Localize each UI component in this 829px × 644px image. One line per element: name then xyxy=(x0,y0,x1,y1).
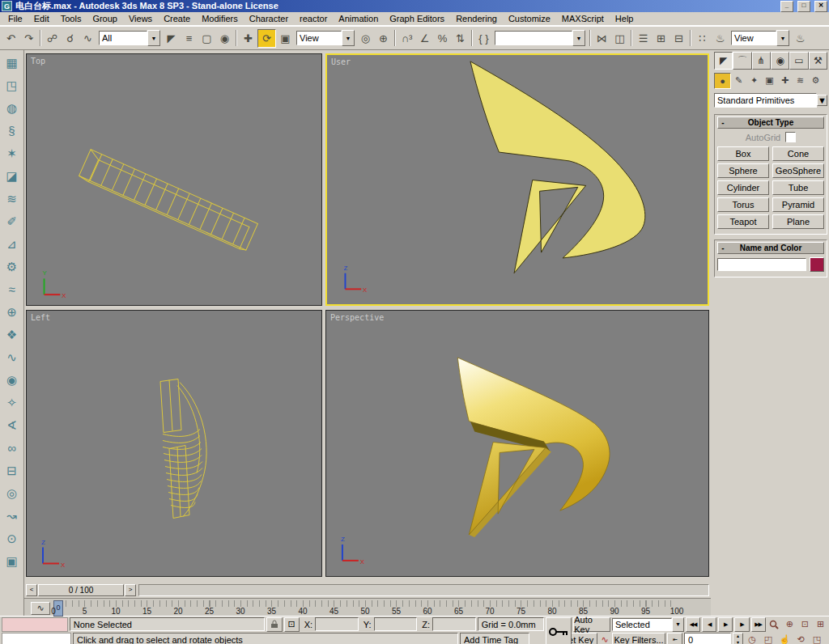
go-to-end-icon[interactable]: ▶▶ xyxy=(751,617,766,632)
spinner-snap-icon[interactable]: ⇅ xyxy=(452,30,469,47)
reactor-linear-dashpot-icon[interactable]: ✐ xyxy=(2,210,22,232)
maxscript-mini-listener-white[interactable] xyxy=(2,633,71,644)
region-zoom-icon[interactable]: ◰ xyxy=(761,633,776,644)
reactor-rag-doll-constraint-icon[interactable]: ✧ xyxy=(2,392,22,413)
dropdown-arrow-icon[interactable]: ▼ xyxy=(342,30,355,46)
reactor-create-animation-icon[interactable]: ▣ xyxy=(2,550,22,572)
set-keys-button[interactable] xyxy=(546,617,572,644)
select-object-icon[interactable]: ◤ xyxy=(163,30,180,47)
menu-item[interactable]: Views xyxy=(124,13,157,24)
maxscript-mini-listener-pink[interactable] xyxy=(2,617,68,632)
mirror-icon[interactable]: ⋈ xyxy=(593,30,610,47)
select-by-name-icon[interactable]: ≡ xyxy=(181,30,198,47)
previous-frame-arrow[interactable]: < xyxy=(26,584,37,596)
object-name-input[interactable] xyxy=(717,258,806,271)
select-and-manipulate-icon[interactable]: ⊕ xyxy=(375,30,392,47)
layer-manager-icon[interactable]: ☰ xyxy=(635,30,652,47)
arc-rotate-icon[interactable]: ⟲ xyxy=(793,633,808,644)
object-color-swatch[interactable] xyxy=(810,257,824,272)
menu-item[interactable]: File xyxy=(3,13,28,24)
tab-utilities[interactable]: ⚒ xyxy=(809,52,827,70)
primitive-button[interactable]: Torus xyxy=(717,197,769,212)
primitive-button[interactable]: Teapot xyxy=(717,214,769,229)
primitive-button[interactable]: Plane xyxy=(772,214,824,229)
zoom-extents-icon[interactable]: ⊡ xyxy=(798,618,812,631)
primitive-button[interactable]: Pyramid xyxy=(772,197,824,212)
window-crossing-toggle-icon[interactable]: ◉ xyxy=(216,30,233,47)
zoom-icon[interactable] xyxy=(767,618,781,631)
primitives-dropdown[interactable]: Standard Primitives ▼ xyxy=(714,93,827,108)
undo-icon[interactable]: ↶ xyxy=(2,30,19,47)
autogrid-checkbox[interactable] xyxy=(785,132,796,142)
redo-icon[interactable]: ↷ xyxy=(20,30,37,47)
viewport-perspective[interactable]: Perspective xyxy=(325,310,709,577)
zoom-extents-all-icon[interactable]: ⊞ xyxy=(814,618,827,631)
reactor-rigid-body-collection-icon[interactable]: ▦ xyxy=(2,52,22,74)
reactor-point-point-constraint-icon[interactable]: ∞ xyxy=(2,437,22,459)
menu-item[interactable]: Create xyxy=(159,13,195,24)
named-selection-dropdown[interactable]: ▼ xyxy=(495,31,585,45)
tab-display[interactable]: ▭ xyxy=(789,52,808,70)
key-filters-button[interactable]: Key Filters... xyxy=(612,633,665,644)
x-coordinate-field[interactable] xyxy=(315,617,359,631)
menu-item[interactable]: Customize xyxy=(504,13,555,24)
primitive-button[interactable]: Sphere xyxy=(717,163,769,178)
align-icon[interactable]: ◫ xyxy=(611,30,628,47)
cat-cameras[interactable]: ▣ xyxy=(762,73,777,87)
viewport-left[interactable]: Left Z X xyxy=(26,310,322,577)
cat-geometry[interactable]: ● xyxy=(714,73,731,89)
rectangular-selection-region-icon[interactable]: ▢ xyxy=(198,30,215,47)
menu-item[interactable]: Graph Editors xyxy=(385,13,449,24)
primitive-button[interactable]: Cone xyxy=(772,146,824,161)
object-type-rollout-header[interactable]: - Object Type xyxy=(717,117,824,129)
primitive-button[interactable]: Tube xyxy=(772,180,824,195)
reactor-hinge-constraint-icon[interactable]: ∢ xyxy=(2,414,22,436)
viewport-top[interactable]: Top Y X xyxy=(26,53,322,306)
primitive-button[interactable]: Cylinder xyxy=(717,180,769,195)
menu-item[interactable]: Modifiers xyxy=(197,13,243,24)
spinner-down-icon[interactable]: ▾ xyxy=(733,640,742,644)
key-mode-toggle-icon[interactable]: ⇤ xyxy=(667,633,682,644)
reference-coordinate-dropdown[interactable]: View ▼ xyxy=(296,31,355,45)
reactor-water-icon[interactable]: ∿ xyxy=(2,346,22,368)
dropdown-arrow-icon[interactable]: ▼ xyxy=(572,30,585,46)
render-type-dropdown[interactable]: View ▼ xyxy=(731,31,789,45)
selection-lock-icon[interactable] xyxy=(266,617,282,632)
curve-editor-icon[interactable]: ⊞ xyxy=(653,30,670,47)
reactor-toy-car-icon[interactable]: ⊕ xyxy=(2,301,22,323)
bind-to-spacewarp-icon[interactable]: ∿ xyxy=(79,30,96,47)
cat-systems[interactable]: ⚙ xyxy=(808,73,823,87)
next-frame-icon[interactable]: ▶ xyxy=(734,617,749,632)
dropdown-arrow-icon[interactable]: ▼ xyxy=(147,30,160,46)
menu-item[interactable]: Rendering xyxy=(451,13,502,24)
reactor-spring-icon[interactable]: ≋ xyxy=(2,188,22,210)
name-and-color-rollout-header[interactable]: - Name and Color xyxy=(717,242,824,254)
selection-filter-dropdown[interactable]: All ▼ xyxy=(99,31,160,45)
menu-item[interactable]: Animation xyxy=(334,13,383,24)
menu-item[interactable]: reactor xyxy=(295,13,332,24)
menu-item[interactable]: Help xyxy=(610,13,639,24)
material-editor-icon[interactable]: ∷ xyxy=(694,30,711,47)
cat-helpers[interactable]: ✚ xyxy=(777,73,793,87)
schematic-view-icon[interactable]: ⊟ xyxy=(670,30,687,47)
auto-key-button[interactable]: Auto Key xyxy=(573,617,610,632)
next-frame-arrow[interactable]: > xyxy=(125,584,136,596)
percent-snap-icon[interactable]: % xyxy=(434,30,451,47)
dropdown-arrow-icon[interactable]: ▼ xyxy=(817,95,827,106)
edit-named-selections-icon[interactable]: { } xyxy=(475,30,492,47)
min-max-toggle-icon[interactable]: ◳ xyxy=(810,633,824,644)
zoom-all-icon[interactable]: ⊕ xyxy=(783,618,797,631)
close-button[interactable]: ✕ xyxy=(814,1,827,12)
cat-spacewarps[interactable]: ≋ xyxy=(793,73,808,87)
y-coordinate-field[interactable] xyxy=(374,617,418,631)
cat-lights[interactable]: ✦ xyxy=(746,73,762,87)
reactor-constraint-solver-icon[interactable]: ◉ xyxy=(2,369,22,391)
quick-render-icon[interactable]: ♨ xyxy=(792,30,809,47)
viewport-user[interactable]: User Z X xyxy=(325,53,709,306)
tab-create[interactable]: ◤ xyxy=(714,52,733,70)
select-and-move-icon[interactable]: ✚ xyxy=(240,30,257,47)
dropdown-arrow-icon[interactable]: ▼ xyxy=(776,30,789,46)
reactor-wind-icon[interactable]: ≈ xyxy=(2,278,22,300)
z-coordinate-field[interactable] xyxy=(432,617,476,631)
menu-item[interactable]: MAXScript xyxy=(557,13,609,24)
